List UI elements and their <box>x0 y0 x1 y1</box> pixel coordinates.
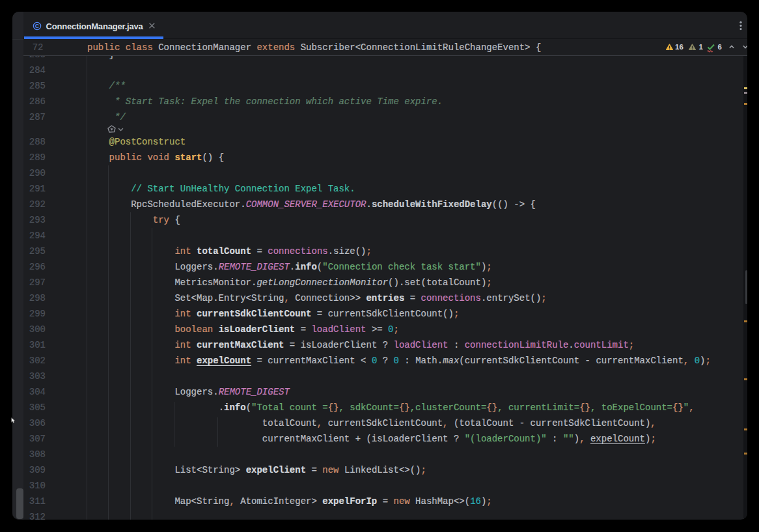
svg-text:C: C <box>35 23 40 29</box>
